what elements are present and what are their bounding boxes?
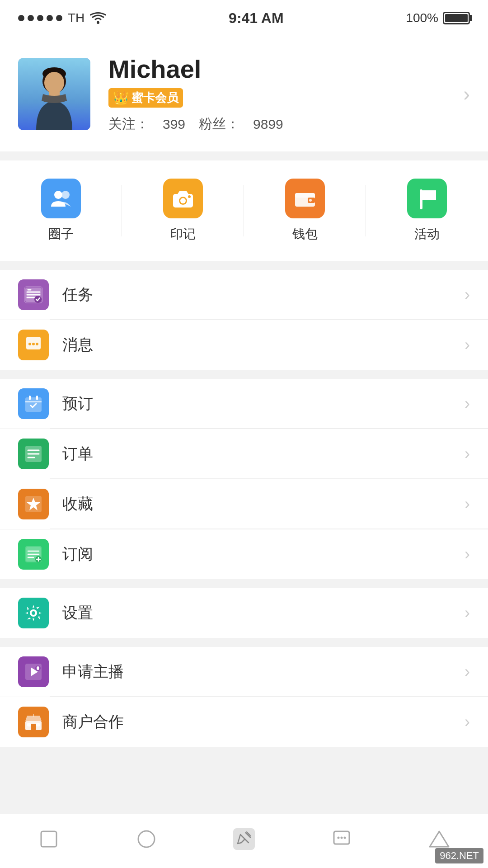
- home-tab-icon: [36, 826, 61, 852]
- task-icon: [23, 285, 43, 305]
- quick-item-huodong[interactable]: 活动: [366, 179, 488, 243]
- svg-point-59: [341, 836, 343, 839]
- follow-label: 关注：: [108, 115, 149, 133]
- reservation-icon: [23, 394, 43, 414]
- svg-rect-17: [420, 189, 422, 206]
- task-label: 任务: [62, 284, 465, 305]
- svg-point-7: [61, 191, 70, 199]
- fans-label: 粉丝：: [199, 115, 239, 133]
- menu-group-4: 申请主播 › 商户合作 ›: [0, 647, 488, 747]
- svg-point-6: [54, 191, 62, 199]
- svg-point-58: [338, 836, 340, 839]
- vip-row: 👑 蜜卡会员: [108, 88, 470, 108]
- signal-dots: [18, 15, 62, 21]
- divider-3: [0, 370, 488, 379]
- menu-item-apply-host[interactable]: 申请主播 ›: [0, 647, 488, 697]
- apply-host-icon-wrap: [18, 656, 49, 687]
- svg-rect-24: [25, 397, 42, 412]
- menu-item-message[interactable]: 消息 ›: [0, 320, 488, 370]
- quick-item-quanzi[interactable]: 圈子: [0, 179, 122, 243]
- menu-item-settings[interactable]: 设置 ›: [0, 588, 488, 638]
- menu-item-order[interactable]: 订单 ›: [0, 429, 488, 479]
- message-arrow-icon: ›: [465, 335, 470, 354]
- menu-item-merchant[interactable]: 商户合作 ›: [0, 697, 488, 747]
- menu-item-reservation[interactable]: 预订 ›: [0, 379, 488, 429]
- menu-group-2: 预订 › 订单 › 收藏: [0, 379, 488, 579]
- crown-icon: 👑: [113, 90, 129, 105]
- settings-arrow-icon: ›: [465, 604, 470, 623]
- settings-icon-wrap: [18, 598, 49, 628]
- divider-5: [0, 638, 488, 647]
- merchant-label: 商户合作: [62, 712, 465, 732]
- svg-rect-53: [41, 831, 56, 847]
- svg-point-43: [32, 611, 35, 615]
- tab-item-home[interactable]: [0, 826, 98, 852]
- message-icon: [23, 335, 43, 355]
- message-label: 消息: [62, 335, 465, 355]
- quanzi-label: 圈子: [48, 226, 74, 243]
- carrier-label: TH: [68, 11, 84, 25]
- quanzi-icon-wrap: [41, 179, 81, 218]
- yinji-icon-wrap: [163, 179, 203, 218]
- yinji-label: 印记: [170, 226, 196, 243]
- favorites-label: 收藏: [62, 494, 465, 514]
- fans-count: 9899: [253, 117, 283, 132]
- merchant-arrow-icon: ›: [465, 712, 470, 731]
- svg-point-22: [32, 343, 35, 345]
- svg-rect-26: [36, 396, 38, 400]
- svg-marker-61: [430, 831, 449, 847]
- quick-item-qianbao[interactable]: 钱包: [244, 179, 366, 243]
- order-icon: [23, 444, 43, 464]
- divider-bottom: [0, 747, 488, 765]
- quick-item-yinji[interactable]: 印记: [122, 179, 244, 243]
- status-left: TH: [18, 11, 106, 25]
- battery-icon: [443, 12, 470, 24]
- svg-point-11: [188, 195, 191, 198]
- task-arrow-icon: ›: [465, 285, 470, 304]
- svg-rect-47: [37, 666, 39, 670]
- svg-point-60: [344, 836, 346, 839]
- wallet-icon: [293, 187, 317, 210]
- wifi-icon: [90, 12, 106, 24]
- profile-arrow-icon[interactable]: ›: [463, 83, 470, 105]
- group-icon: [49, 187, 73, 210]
- menu-group-3: 设置 ›: [0, 588, 488, 638]
- status-time: 9:41 AM: [229, 10, 284, 27]
- subscribe-arrow-icon: ›: [465, 545, 470, 564]
- follow-count: 399: [163, 117, 185, 132]
- menu-group-1: 任务 › 消息 ›: [0, 270, 488, 370]
- vip-badge: 👑 蜜卡会员: [108, 88, 183, 108]
- discover-tab-icon: [134, 826, 159, 852]
- task-icon-wrap: [18, 279, 49, 310]
- camera-icon: [171, 187, 195, 210]
- subscribe-icon-wrap: [18, 539, 49, 570]
- settings-icon: [23, 603, 43, 623]
- menu-item-favorites[interactable]: 收藏 ›: [0, 479, 488, 529]
- watermark: 962.NET: [435, 848, 483, 863]
- follow-row: 关注： 399 粉丝： 9899: [108, 115, 470, 133]
- menu-item-subscribe[interactable]: 订阅 ›: [0, 529, 488, 579]
- tab-bar: [0, 814, 488, 868]
- flag-icon: [415, 187, 439, 210]
- favorites-icon-wrap: [18, 489, 49, 519]
- avatar: [18, 58, 90, 130]
- subscribe-label: 订阅: [62, 544, 465, 565]
- favorites-arrow-icon: ›: [465, 495, 470, 514]
- order-label: 订单: [62, 443, 465, 464]
- svg-rect-51: [36, 723, 40, 726]
- svg-rect-49: [31, 724, 36, 730]
- tab-item-post[interactable]: [195, 826, 293, 852]
- reservation-icon-wrap: [18, 388, 49, 419]
- tab-item-discover[interactable]: [98, 826, 195, 852]
- battery-percent: 100%: [406, 11, 438, 25]
- tab-item-chat[interactable]: [293, 826, 390, 852]
- menu-item-task[interactable]: 任务 ›: [0, 270, 488, 320]
- merchant-icon: [23, 712, 43, 732]
- svg-point-4: [44, 72, 64, 94]
- favorites-icon: [23, 494, 43, 514]
- profile-info: Michael 👑 蜜卡会员 关注： 399 粉丝： 9899: [108, 54, 470, 133]
- profile-section[interactable]: Michael 👑 蜜卡会员 关注： 399 粉丝： 9899 ›: [0, 36, 488, 151]
- settings-label: 设置: [62, 603, 465, 623]
- profile-name: Michael: [108, 54, 470, 84]
- quick-access-section: 圈子 印记: [0, 160, 488, 261]
